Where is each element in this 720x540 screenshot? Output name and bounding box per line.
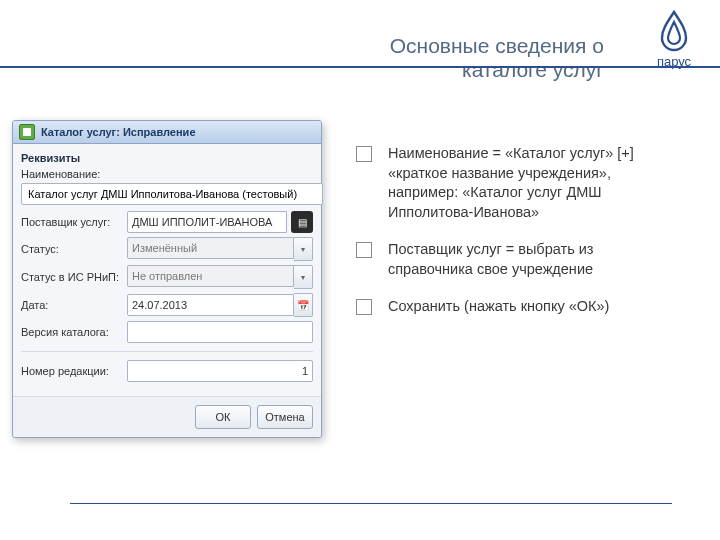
list-item: Сохранить (нажать кнопку «ОК») bbox=[356, 297, 680, 317]
ok-button[interactable]: ОК bbox=[195, 405, 251, 429]
label-date: Дата: bbox=[21, 299, 127, 311]
label-rnip: Статус в ИС РНиП: bbox=[21, 271, 127, 283]
label-name: Наименование: bbox=[21, 168, 313, 180]
version-input-field[interactable] bbox=[132, 325, 308, 339]
rnip-value: Не отправлен bbox=[127, 265, 294, 287]
bullet-icon bbox=[356, 299, 372, 315]
brand-logo: парус bbox=[656, 10, 692, 69]
group-header: Реквизиты bbox=[21, 152, 313, 164]
ellipsis-icon: ▤ bbox=[298, 217, 306, 228]
title-divider bbox=[0, 66, 720, 68]
note-text: Поставщик услуг = выбрать из справочника… bbox=[388, 240, 680, 279]
status-combo[interactable]: Изменённый ▾ bbox=[127, 237, 313, 261]
label-provider: Поставщик услуг: bbox=[21, 216, 127, 228]
dialog-title: Каталог услуг: Исправление bbox=[41, 126, 196, 138]
list-item: Поставщик услуг = выбрать из справочника… bbox=[356, 240, 680, 279]
label-revision: Номер редакции: bbox=[21, 365, 127, 377]
name-input[interactable] bbox=[21, 183, 323, 205]
cancel-button[interactable]: Отмена bbox=[257, 405, 313, 429]
provider-value: ДМШ ИППОЛИТ-ИВАНОВА bbox=[127, 211, 287, 233]
page-title: Основные сведения о каталоге услуг bbox=[300, 34, 604, 82]
revision-value: 1 bbox=[302, 365, 308, 377]
instruction-list: Наименование = «Каталог услуг» [+] «крат… bbox=[356, 144, 680, 335]
note-text: Наименование = «Каталог услуг» [+] «крат… bbox=[388, 144, 680, 222]
note-text: Сохранить (нажать кнопку «ОК») bbox=[388, 297, 680, 317]
divider bbox=[21, 351, 313, 352]
status-value: Изменённый bbox=[127, 237, 294, 259]
date-input[interactable]: 24.07.2013 bbox=[127, 294, 294, 316]
name-input-field[interactable] bbox=[26, 187, 318, 201]
provider-lookup-button[interactable]: ▤ bbox=[291, 211, 313, 233]
chevron-down-icon[interactable]: ▾ bbox=[294, 237, 313, 261]
bullet-icon bbox=[356, 242, 372, 258]
edit-dialog: Каталог услуг: Исправление Реквизиты Наи… bbox=[12, 120, 322, 438]
flame-icon bbox=[656, 10, 692, 52]
label-version: Версия каталога: bbox=[21, 326, 127, 338]
rnip-combo[interactable]: Не отправлен ▾ bbox=[127, 265, 313, 289]
version-input[interactable] bbox=[127, 321, 313, 343]
app-icon bbox=[19, 124, 35, 140]
list-item: Наименование = «Каталог услуг» [+] «крат… bbox=[356, 144, 680, 222]
label-status: Статус: bbox=[21, 243, 127, 255]
calendar-button[interactable]: 📅 bbox=[294, 293, 313, 317]
revision-input[interactable]: 1 bbox=[127, 360, 313, 382]
calendar-icon: 📅 bbox=[297, 300, 309, 311]
bullet-icon bbox=[356, 146, 372, 162]
dialog-titlebar[interactable]: Каталог услуг: Исправление bbox=[13, 121, 321, 144]
provider-combo[interactable]: ДМШ ИППОЛИТ-ИВАНОВА bbox=[127, 211, 287, 233]
chevron-down-icon[interactable]: ▾ bbox=[294, 265, 313, 289]
date-value: 24.07.2013 bbox=[132, 299, 187, 311]
dialog-footer: ОК Отмена bbox=[13, 396, 321, 437]
footer-divider bbox=[70, 503, 672, 504]
